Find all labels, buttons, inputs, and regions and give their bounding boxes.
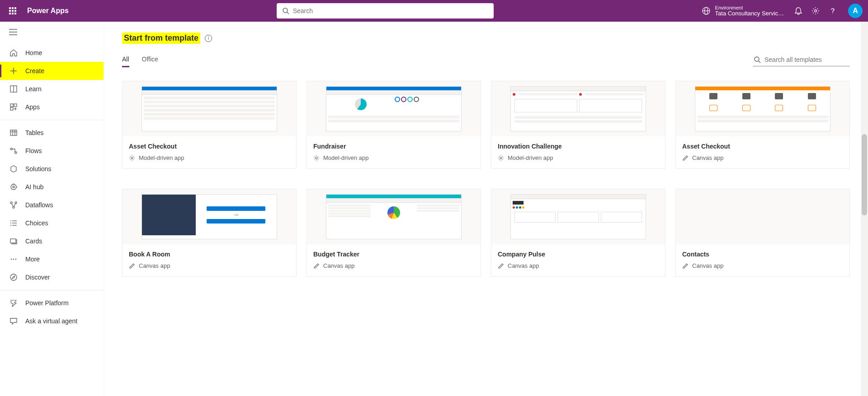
tab-office[interactable]: Office (142, 53, 158, 67)
notifications-icon[interactable] (794, 6, 803, 15)
gear-icon (498, 155, 504, 161)
nav-dataflows[interactable]: Dataflows (0, 196, 104, 214)
svg-point-39 (13, 259, 14, 260)
nav-power-platform[interactable]: Power Platform (0, 294, 104, 312)
nav-tables[interactable]: Tables (0, 124, 104, 142)
search-input[interactable] (293, 7, 488, 14)
svg-rect-18 (10, 130, 17, 135)
svg-point-0 (283, 8, 288, 13)
card-type: Canvas app (323, 262, 354, 269)
svg-rect-14 (14, 104, 17, 107)
template-card-contacts[interactable]: Contacts Canvas app (675, 189, 850, 277)
search-icon (282, 7, 289, 14)
nav-more[interactable]: More (0, 250, 104, 268)
gear-icon (129, 155, 135, 161)
nav-create[interactable]: Create (0, 62, 104, 80)
svg-point-46 (500, 157, 502, 159)
card-title: Contacts (682, 251, 843, 258)
nav-discover[interactable]: Discover (0, 268, 104, 286)
app-launcher-icon[interactable] (5, 4, 20, 18)
svg-point-44 (131, 157, 133, 159)
sidebar-toggle[interactable] (0, 25, 104, 42)
nav-flows[interactable]: Flows (0, 142, 104, 160)
svg-point-5 (815, 10, 817, 12)
global-search[interactable] (277, 3, 494, 19)
nav-label: AI hub (25, 183, 43, 191)
svg-line-1 (287, 12, 289, 14)
nav-choices[interactable]: Choices (0, 214, 104, 232)
nav-learn[interactable]: Learn (0, 80, 104, 98)
nav-ai-hub[interactable]: AI hub (0, 178, 104, 196)
template-card-budget-tracker[interactable]: Budget Tracker Canvas app (307, 189, 481, 277)
nav-label: Learn (25, 85, 42, 93)
home-icon (9, 48, 18, 57)
card-preview (491, 81, 665, 136)
svg-point-30 (13, 206, 14, 208)
template-search[interactable] (753, 54, 850, 66)
card-preview (676, 189, 849, 244)
ai-icon (9, 182, 18, 191)
nav-cards[interactable]: Cards (0, 232, 104, 250)
svg-point-45 (316, 157, 317, 159)
tab-all[interactable]: All (122, 53, 129, 67)
svg-point-24 (11, 184, 16, 190)
discover-icon (9, 273, 18, 282)
pencil-icon (682, 263, 689, 269)
cards-icon (9, 237, 18, 246)
nav-label: Power Platform (25, 299, 69, 307)
card-type: Canvas app (692, 262, 723, 269)
template-card-innovation-challenge[interactable]: Innovation Challenge Model-driven app (491, 81, 665, 169)
svg-point-29 (15, 202, 17, 204)
nav-virtual-agent[interactable]: Ask a virtual agent (0, 312, 104, 330)
template-card-book-a-room[interactable]: OR Book A Room Canvas app (122, 189, 297, 277)
nav-label: Tables (25, 129, 43, 136)
card-title: Fundraiser (313, 143, 474, 150)
card-title: Innovation Challenge (498, 143, 659, 150)
svg-point-28 (10, 202, 12, 204)
card-preview (307, 81, 481, 136)
settings-icon[interactable] (811, 6, 820, 15)
nav-label: Ask a virtual agent (25, 317, 77, 325)
svg-point-25 (13, 186, 14, 188)
template-card-asset-checkout-model[interactable]: Asset Checkout Model-driven app (122, 81, 297, 169)
scrollbar-thumb[interactable] (862, 134, 867, 215)
plus-icon (9, 66, 18, 75)
card-type: Canvas app (508, 262, 539, 269)
pencil-icon (682, 155, 689, 161)
template-card-fundraiser[interactable]: Fundraiser Model-driven app (307, 81, 481, 169)
card-title: Company Pulse (498, 251, 659, 258)
template-card-asset-checkout-canvas[interactable]: Asset Checkout Canvas app (675, 81, 850, 169)
card-preview (491, 189, 665, 244)
globe-icon (702, 6, 711, 15)
pencil-icon (498, 263, 504, 269)
search-wrap (69, 3, 702, 19)
main-content: Start from template i All Office Asset C… (104, 22, 868, 396)
environment-picker[interactable]: Environment Tata Consultancy Servic… (702, 5, 784, 17)
svg-rect-37 (10, 239, 16, 243)
nav-apps[interactable]: Apps (0, 98, 104, 116)
app-header: Power Apps Environment Tata Consultancy … (0, 0, 868, 22)
nav-solutions[interactable]: Solutions (0, 160, 104, 178)
svg-rect-15 (10, 107, 13, 110)
user-avatar[interactable]: A (848, 4, 863, 18)
card-preview (676, 81, 849, 136)
svg-line-43 (759, 61, 760, 63)
template-card-company-pulse[interactable]: Company Pulse Canvas app (491, 189, 665, 277)
card-preview (307, 189, 481, 244)
page-scrollbar[interactable] (861, 22, 868, 396)
nav-label: Dataflows (25, 201, 53, 209)
flow-icon (9, 146, 18, 155)
template-search-input[interactable] (764, 56, 849, 63)
env-name: Tata Consultancy Servic… (715, 10, 784, 17)
nav-label: Apps (25, 103, 40, 111)
nav-home[interactable]: Home (0, 44, 104, 62)
power-platform-icon (9, 298, 18, 307)
help-icon[interactable] (828, 6, 837, 15)
nav-label: Solutions (25, 165, 52, 172)
more-icon (9, 255, 18, 264)
nav-label: Create (25, 67, 44, 75)
table-icon (9, 128, 18, 137)
info-icon[interactable]: i (205, 35, 212, 42)
pencil-icon (313, 263, 320, 269)
svg-point-38 (11, 259, 12, 260)
